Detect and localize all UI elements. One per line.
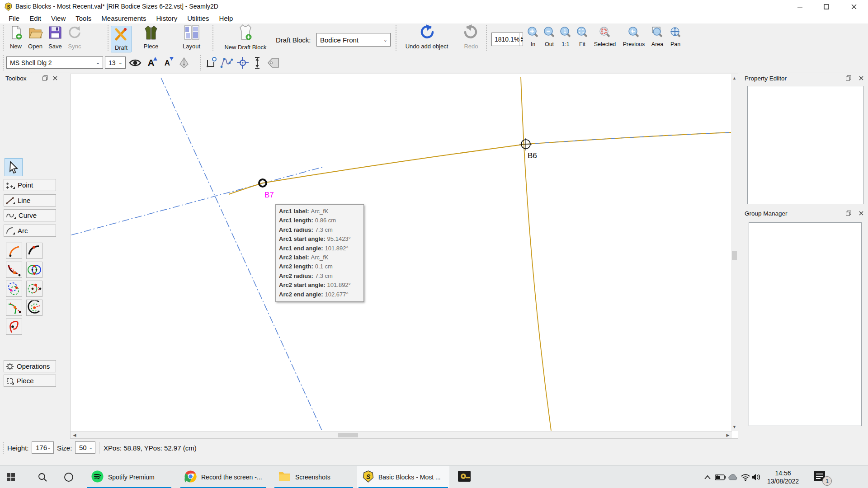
zoom-percent-spinner[interactable]: 1810.1% ▲▼ [491, 33, 523, 46]
menu-edit[interactable]: Edit [24, 14, 46, 23]
float-panel-icon[interactable] [41, 74, 50, 83]
union-tool-button[interactable] [204, 56, 218, 70]
float-panel-icon[interactable] [844, 74, 853, 83]
pattern-curve-vertical[interactable] [521, 77, 551, 431]
open-button[interactable]: Open [28, 25, 43, 50]
menu-history[interactable]: History [151, 14, 183, 23]
onedrive-cloud-icon[interactable] [726, 466, 740, 488]
new-draft-block-button[interactable]: New Draft Block [219, 24, 272, 51]
curve-tools-button[interactable]: Curve [4, 209, 56, 221]
shape-node-icon [205, 57, 217, 69]
draft-mode-button[interactable]: Draft [111, 26, 132, 52]
cortana-button[interactable] [59, 466, 79, 488]
point-tools-button[interactable]: Point [4, 179, 56, 191]
property-editor-content[interactable] [747, 86, 863, 204]
close-button[interactable] [844, 0, 864, 14]
zoom-pan-button[interactable]: Pan [664, 26, 687, 47]
speaker-icon[interactable] [750, 466, 763, 488]
close-panel-icon[interactable] [51, 74, 60, 83]
taskbar-app-spotify[interactable]: Spotify Premium [86, 466, 173, 488]
tray-chevron-up-icon[interactable] [701, 466, 714, 488]
layout-mode-button[interactable]: Layout [183, 25, 200, 50]
toolbar-separator [108, 25, 109, 51]
search-button[interactable] [33, 466, 52, 488]
draft-block-select[interactable]: Bodice Front ⌄ [316, 33, 391, 47]
close-panel-icon[interactable] [857, 209, 866, 218]
redo-icon [463, 24, 479, 42]
dock-panels: Property Ediitor Group Manager [738, 72, 868, 439]
select-arrow-tool-button[interactable] [5, 158, 23, 176]
curve-intersect-axis-tool[interactable] [6, 262, 22, 278]
group-manager-content[interactable] [749, 222, 862, 426]
line-tools-button[interactable]: Line [4, 194, 56, 206]
scrollbar-thumb[interactable] [732, 251, 737, 260]
menu-help[interactable]: Help [214, 14, 238, 23]
point-b6-marker[interactable] [519, 138, 532, 150]
taskbar-app-tape-measure[interactable] [452, 466, 473, 488]
pattern-drawing[interactable]: B6 B7 [71, 74, 731, 431]
piece-tools-button[interactable]: Piece [4, 375, 56, 387]
canvas-horizontal-scrollbar[interactable]: ◀ ▶ [71, 431, 732, 438]
curve-tangent-intersect-tool[interactable] [6, 300, 22, 316]
undo-button[interactable]: Undo add object [402, 24, 451, 50]
menu-measurements[interactable]: Measurements [96, 14, 151, 23]
curve-tool-button[interactable] [220, 56, 234, 70]
seamly2d-icon: S [363, 470, 374, 484]
start-button[interactable] [0, 466, 22, 488]
new-button[interactable]: New [8, 25, 24, 50]
increase-label-font-button[interactable]: A [145, 56, 157, 70]
label-size-select[interactable]: 13 ⌄ [105, 56, 126, 69]
arc-radius-angles-tool[interactable] [6, 243, 22, 259]
menu-file[interactable]: File [4, 14, 24, 23]
pattern-curve-main[interactable] [229, 132, 731, 194]
canvas-vertical-scrollbar[interactable]: ▲ ▼ [731, 74, 738, 431]
operations-tools-button[interactable]: Operations [4, 360, 56, 372]
label-tag-button[interactable] [266, 56, 281, 70]
intersect-circle-segment-tool[interactable] [6, 281, 22, 297]
zoom-fit-button[interactable]: Fit [571, 26, 594, 47]
draft-canvas[interactable]: B6 B7 Arc1 label:Arc_fK Arc1 length:0.86… [70, 74, 738, 439]
menu-tools[interactable]: Tools [71, 14, 96, 23]
taskbar-clock[interactable]: 14:56 13/08/2022 [762, 469, 804, 485]
zoom-selected-button[interactable]: Selected [593, 26, 617, 47]
taskbar-app-chrome[interactable]: Record the screen -... [179, 466, 268, 488]
zoom-previous-button[interactable]: Previous [622, 26, 646, 47]
action-center-button[interactable]: 1 [807, 466, 833, 488]
point-tool-button[interactable] [236, 56, 250, 70]
window-title: Basic Blocks - Most Recent.val* [RIR Bod… [15, 3, 218, 10]
concentric-arcs-tool[interactable] [26, 300, 42, 316]
pointer-pen-button[interactable] [177, 56, 191, 70]
save-button[interactable]: Save [47, 25, 63, 50]
show-labels-eye-button[interactable] [128, 57, 142, 69]
decrease-label-font-button[interactable]: A [161, 57, 174, 70]
elliptical-arc-tool[interactable] [6, 319, 22, 335]
intersect-circles-tool[interactable] [26, 262, 42, 278]
scroll-up-arrow[interactable]: ▲ [731, 75, 738, 81]
close-panel-icon[interactable] [857, 74, 866, 83]
scrollbar-thumb[interactable] [338, 433, 358, 437]
height-value: 176 [36, 444, 47, 451]
sync-button[interactable]: Sync [67, 25, 82, 50]
label-font-select[interactable]: MS Shell Dlg 2 ⌄ [6, 56, 103, 69]
size-select[interactable]: 50 ⌄ [75, 441, 95, 454]
maximize-button[interactable] [816, 0, 837, 14]
taskbar-app-seamly2d[interactable]: S Basic Blocks - Most ... [357, 466, 449, 488]
arc-tools-button[interactable]: Arc [4, 225, 56, 237]
battery-charging-icon[interactable] [713, 466, 727, 488]
piece-mode-button[interactable]: Piece [143, 25, 159, 50]
scroll-right-arrow[interactable]: ▶ [725, 432, 731, 438]
scroll-down-arrow[interactable]: ▼ [731, 424, 738, 430]
redo-button[interactable]: Redo [460, 24, 482, 50]
windows-logo-icon [7, 473, 15, 481]
taskbar-app-screenshots[interactable]: Screenshots [273, 466, 354, 488]
menu-utilities[interactable]: Utilities [182, 14, 214, 23]
tangent-point-tool[interactable] [26, 281, 42, 297]
height-select[interactable]: 176 ⌄ [32, 441, 54, 454]
arc-with-length-tool[interactable] [26, 243, 42, 259]
menu-view[interactable]: View [46, 14, 71, 23]
float-panel-icon[interactable] [844, 209, 853, 218]
eye-icon [129, 58, 142, 67]
scroll-left-arrow[interactable]: ◀ [71, 432, 78, 438]
height-tool-button[interactable] [251, 56, 263, 70]
minimize-button[interactable] [790, 0, 811, 14]
